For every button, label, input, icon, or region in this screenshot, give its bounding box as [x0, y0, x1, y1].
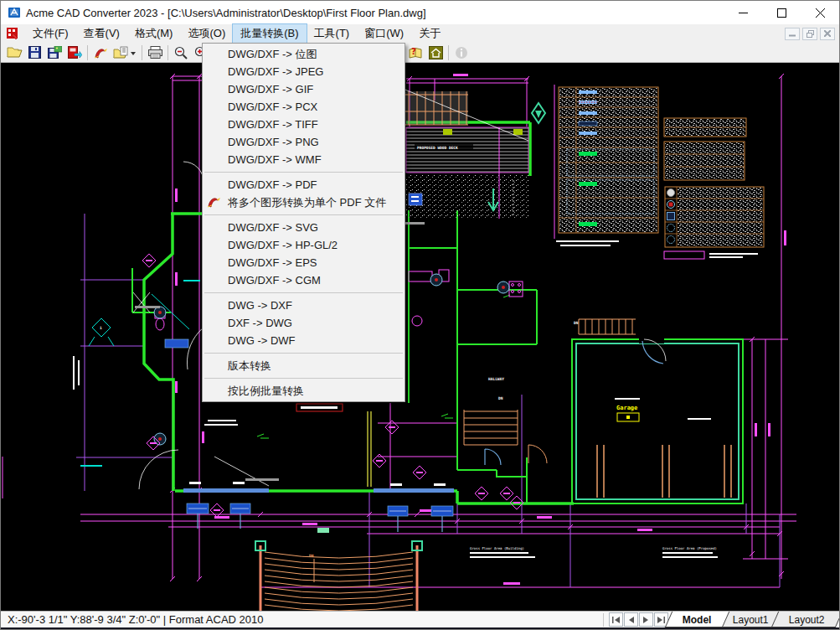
toolbar: ? [1, 43, 839, 63]
close-button[interactable] [801, 1, 839, 24]
windows [183, 482, 454, 532]
menu-view[interactable]: 查看(V) [76, 24, 127, 43]
save-icon[interactable] [24, 44, 44, 62]
menu-item-dwg-to-jpeg[interactable]: DWG/DXF -> JPEG [203, 63, 405, 80]
first-tab-button[interactable] [609, 612, 623, 627]
about-info-icon[interactable] [451, 44, 472, 62]
menu-separator [204, 214, 403, 215]
app-icon [8, 6, 21, 19]
mdi-close-button[interactable] [820, 28, 835, 40]
next-tab-button[interactable] [639, 612, 653, 627]
menu-item-dwg-to-dxf[interactable]: DWG -> DXF [203, 297, 405, 314]
print-icon[interactable] [145, 44, 165, 62]
statusbar-separator [603, 613, 604, 627]
coordinates-readout: X:-90'-3 1/1" Y:88'-9 3/4" Z:0'-0" | For… [1, 613, 264, 626]
hallway-label: HALLWAY [488, 377, 504, 381]
grid-bubble-number: 1 [100, 326, 102, 330]
minimize-button[interactable] [724, 1, 762, 24]
window-title: Acme CAD Converter 2023 - [C:\Users\Admi… [26, 7, 426, 19]
menu-separator [204, 353, 403, 354]
open-file-icon[interactable] [4, 44, 24, 62]
title-bar: Acme CAD Converter 2023 - [C:\Users\Admi… [1, 1, 839, 24]
menu-item-batch-convert-by-scale[interactable]: 按比例批量转换 [203, 382, 405, 400]
menu-item-dwg-to-gif[interactable]: DWG/DXF -> GIF [203, 80, 405, 98]
toolbar-separator [448, 45, 449, 60]
area-note-right: Gross Floor Area (Proposed) [662, 546, 717, 550]
dn-center-label: DN [498, 396, 503, 400]
floor-plan-drawing: PROPOSED WOOD DECK [1, 63, 839, 611]
status-bar: X:-90'-3 1/1" Y:88'-9 3/4" Z:0'-0" | For… [1, 611, 839, 629]
toolbar-separator [87, 45, 88, 60]
help-icon[interactable]: ? [405, 44, 425, 62]
menu-item-dwg-to-hpgl[interactable]: DWG/DXF -> HP-GL/2 [203, 236, 405, 254]
mdi-window-controls [785, 28, 835, 40]
area-note-left: Gross Floor Area (Building) [470, 546, 524, 550]
menu-item-dwg-to-wmf[interactable]: DWG/DXF -> WMF [203, 151, 405, 168]
drawing-canvas[interactable]: PROPOSED WOOD DECK [1, 63, 839, 611]
menu-item-dxf-to-dwg[interactable]: DXF -> DWG [203, 314, 405, 332]
tab-layout2[interactable]: Layout2 [771, 612, 840, 627]
batch-convert-menu: DWG/DXF -> 位图 DWG/DXF -> JPEG DWG/DXF ->… [202, 43, 405, 402]
menu-format[interactable]: 格式(M) [127, 24, 181, 43]
menu-batch-convert[interactable]: 批量转换(B) [233, 24, 306, 43]
deck-label: PROPOSED WOOD DECK [417, 146, 458, 150]
menu-item-dwg-to-svg[interactable]: DWG/DXF -> SVG [203, 219, 405, 236]
menu-item-dwg-to-eps[interactable]: DWG/DXF -> EPS [203, 254, 405, 271]
menu-item-dwg-to-pcx[interactable]: DWG/DXF -> PCX [203, 98, 405, 116]
convert-to-pdf-icon[interactable] [90, 44, 111, 62]
dwg-document-icon [6, 27, 19, 40]
svg-text:?: ? [411, 47, 416, 56]
menu-item-dwg-to-bitmap[interactable]: DWG/DXF -> 位图 [203, 45, 405, 63]
app-window: Acme CAD Converter 2023 - [C:\Users\Admi… [0, 0, 840, 630]
legend-tables [556, 87, 764, 259]
menu-options[interactable]: 选项(O) [180, 24, 233, 43]
batch-convert-icon[interactable] [111, 44, 139, 62]
menu-item-dwg-to-cgm[interactable]: DWG/DXF -> CGM [203, 271, 405, 289]
export-drawing-icon[interactable] [64, 44, 85, 62]
mdi-minimize-button[interactable] [785, 28, 800, 40]
save-image-icon[interactable] [44, 44, 64, 62]
zoom-out-icon[interactable] [171, 44, 191, 62]
toolbar-separator [142, 45, 142, 60]
tab-model[interactable]: Model [665, 612, 729, 627]
menu-window[interactable]: 窗口(W) [357, 24, 411, 43]
garage-label: Garage [616, 405, 637, 411]
menu-tools[interactable]: 工具(T) [307, 24, 358, 43]
menu-bar: 文件(F) 查看(V) 格式(M) 选项(O) 批量转换(B) 工具(T) 窗口… [1, 24, 839, 43]
layout-tabs: Model Layout1 Layout2 [676, 612, 839, 627]
legend-symbol-icons [667, 189, 675, 244]
pdf-merge-icon [207, 195, 221, 214]
menu-item-version-convert[interactable]: 版本转换 [203, 357, 405, 374]
maximize-button[interactable] [762, 1, 801, 24]
mdi-restore-button[interactable] [802, 28, 817, 40]
menu-item-dwg-to-png[interactable]: DWG/DXF -> PNG [203, 133, 405, 151]
dn-garage-label: DN [574, 321, 579, 325]
menu-about[interactable]: 关于 [411, 24, 448, 43]
menu-separator [204, 172, 403, 173]
toolbar-separator [167, 45, 168, 60]
menu-separator [204, 378, 403, 379]
menu-item-dwg-to-pdf[interactable]: DWG/DXF -> PDF [203, 176, 405, 194]
menu-file[interactable]: 文件(F) [25, 24, 76, 43]
home-icon[interactable] [425, 44, 446, 62]
prev-tab-button[interactable] [624, 612, 638, 627]
stairs [464, 319, 731, 498]
menu-item-dwg-to-dwf[interactable]: DWG -> DWF [203, 332, 405, 349]
menu-item-dwg-to-tiff[interactable]: DWG/DXF -> TIFF [203, 116, 405, 133]
dn-curved-label: DN [309, 554, 314, 558]
menu-separator [204, 292, 403, 293]
curved-porch-stairs: DN [255, 528, 422, 611]
gravel-hatch [406, 175, 528, 219]
menu-item-merge-to-single-pdf[interactable]: 将多个图形转换为单个 PDF 文件 [203, 194, 405, 211]
